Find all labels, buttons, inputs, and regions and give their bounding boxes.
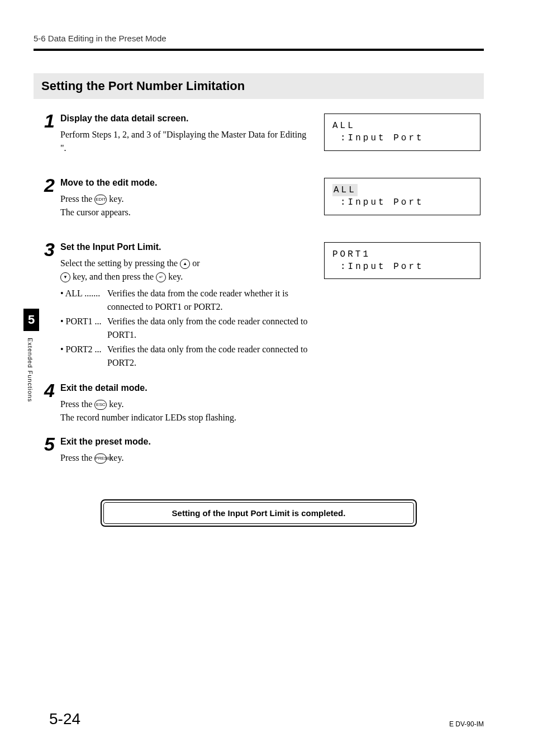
cursor-highlight: ALL (332, 184, 358, 196)
page-number: 5-24 (49, 710, 80, 728)
option-list: • ALL ....... Verifies the data from the… (60, 287, 313, 370)
text-fragment: key, and then press the (70, 272, 156, 281)
lcd-display: ALL :Input Port (324, 114, 480, 151)
enter-key-icon: ↵ (156, 272, 166, 282)
step-2: 2 Move to the edit mode. Press the EDIT … (34, 178, 484, 230)
option-label: • PORT1 (60, 316, 93, 326)
text-fragment: Press the (60, 399, 94, 409)
text-fragment: Select the setting by pressing the (60, 258, 180, 268)
step-number: 2 (34, 176, 60, 195)
step-5: 5 Exit the preset mode. Press the PRESET… (34, 437, 484, 465)
esc-key-icon: ESC (94, 400, 107, 410)
step-extra: The record number indicator LEDs stop fl… (60, 411, 313, 424)
text-fragment: key. (107, 399, 123, 409)
step-number: 4 (34, 381, 60, 400)
option-desc: Verifies the data from the code reader w… (107, 287, 313, 314)
step-number: 5 (34, 434, 60, 453)
dots: ... (95, 344, 102, 354)
lcd-line2: :Input Port (332, 132, 472, 144)
list-item: • ALL ....... Verifies the data from the… (60, 287, 313, 314)
list-item: • PORT2 ... Verifies the data only from … (60, 343, 313, 370)
dots: ....... (84, 289, 100, 298)
up-key-icon: ▲ (180, 259, 190, 269)
lcd-display: ALL :Input Port (324, 178, 480, 215)
step-text: Press the EDIT key. The cursor appears. (60, 192, 313, 219)
step-text: Select the setting by pressing the ▲ or … (60, 257, 313, 370)
text-fragment: key. (107, 453, 123, 462)
step-number: 1 (34, 111, 60, 130)
step-title: Move to the edit mode. (60, 178, 313, 188)
section-title: Setting the Port Number Limitation (34, 73, 484, 99)
step-title: Exit the detail mode. (60, 383, 313, 393)
option-label: • PORT2 (60, 344, 93, 354)
steps-container: 1 Display the data detail screen. Perfor… (34, 114, 484, 477)
step-3: 3 Set the Input Port Limit. Select the s… (34, 242, 484, 371)
step-1: 1 Display the data detail screen. Perfor… (34, 114, 484, 166)
text-fragment: Press the (60, 453, 94, 462)
lcd-line2: :Input Port (332, 261, 472, 273)
header-rule (34, 49, 484, 51)
step-title: Display the data detail screen. (60, 114, 313, 124)
lcd-line1: ALL (332, 120, 472, 132)
chapter-label: Extended Functions (27, 338, 34, 402)
option-label: • ALL (60, 289, 82, 298)
lcd-line1: PORT1 (332, 248, 472, 261)
lcd-line2: :Input Port (332, 196, 472, 209)
dots: ... (95, 316, 102, 326)
page-footer: 5-24 E DV-90-IM (49, 710, 484, 728)
text-fragment: key. (166, 272, 183, 281)
step-title: Exit the preset mode. (60, 437, 313, 447)
chapter-tab: 5 (23, 309, 39, 331)
step-text: Perform Steps 1, 2, and 3 of "Displaying… (60, 128, 313, 155)
edit-key-icon: EDIT (94, 195, 107, 205)
page-header: 5-6 Data Editing in the Preset Mode (34, 34, 484, 43)
step-title: Set the Input Port Limit. (60, 242, 313, 252)
down-key-icon: ▼ (60, 272, 70, 282)
completion-banner: Setting of the Input Port Limit is compl… (101, 499, 417, 527)
step-extra: The cursor appears. (60, 206, 313, 219)
step-number: 3 (34, 240, 60, 259)
text-fragment: key. (107, 194, 123, 204)
option-desc: Verifies the data only from the code rea… (107, 315, 313, 342)
step-4: 4 Exit the detail mode. Press the ESC ke… (34, 383, 484, 424)
preset-key-icon: PRESET (94, 453, 107, 464)
lcd-line1: ALL (332, 184, 472, 196)
text-fragment: or (190, 258, 199, 268)
doc-id: E DV-90-IM (449, 720, 484, 728)
list-item: • PORT1 ... Verifies the data only from … (60, 315, 313, 342)
step-text: Press the ESC key. The record number ind… (60, 398, 313, 424)
lcd-display: PORT1 :Input Port (324, 242, 480, 280)
option-desc: Verifies the data only from the code rea… (107, 343, 313, 370)
text-fragment: Press the (60, 194, 94, 204)
step-text: Press the PRESET key. (60, 451, 313, 465)
